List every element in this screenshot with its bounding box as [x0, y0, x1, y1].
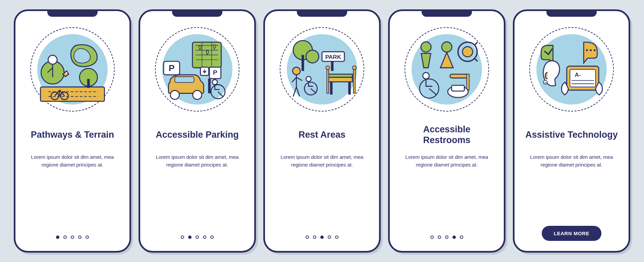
- pager-dot[interactable]: [78, 236, 82, 239]
- accessible-parking-icon: P P: [155, 27, 239, 112]
- card-title: Pathways & Terrain: [30, 124, 116, 146]
- svg-text:A-: A-: [575, 71, 581, 78]
- pathways-terrain-icon: [30, 27, 115, 112]
- svg-point-5: [48, 55, 57, 64]
- card-title: Accessible Parking: [154, 124, 240, 146]
- svg-point-18: [193, 90, 202, 100]
- rest-areas-icon: PARK: [280, 27, 364, 112]
- onboarding-card-2: P P Accessible Parking Lorem ipsum dolor…: [139, 9, 256, 253]
- svg-rect-1: [41, 87, 105, 101]
- pager-dot[interactable]: [430, 236, 434, 239]
- svg-point-40: [421, 42, 431, 52]
- svg-rect-57: [570, 69, 595, 87]
- card-body: Lorem ipsum dolor sit dim amet, mea regi…: [274, 153, 370, 169]
- accessible-restrooms-icon: [405, 27, 489, 112]
- pagination-dots: [140, 236, 254, 239]
- pager-dot[interactable]: [71, 236, 74, 239]
- svg-point-35: [353, 66, 356, 70]
- pager-dot[interactable]: [335, 236, 338, 239]
- pager-dot[interactable]: [188, 236, 192, 239]
- svg-rect-32: [327, 69, 329, 93]
- svg-point-52: [590, 49, 592, 51]
- svg-rect-3: [87, 79, 90, 88]
- svg-text:PARK: PARK: [325, 54, 341, 60]
- svg-text:+: +: [544, 81, 546, 84]
- svg-point-41: [442, 42, 452, 52]
- svg-point-45: [423, 73, 429, 79]
- svg-point-20: [212, 80, 217, 85]
- pager-dot[interactable]: [452, 236, 456, 239]
- pager-dot[interactable]: [63, 236, 67, 239]
- svg-rect-16: [175, 77, 194, 82]
- svg-text:P: P: [213, 69, 217, 76]
- card-body: Lorem ipsum dolor sit dim amet, mea regi…: [399, 153, 494, 169]
- pager-dot[interactable]: [203, 236, 206, 239]
- svg-point-24: [306, 50, 319, 63]
- pagination-dots: [15, 236, 129, 239]
- svg-point-51: [586, 49, 588, 51]
- pager-dot[interactable]: [313, 236, 316, 239]
- learn-more-button[interactable]: LEARN MORE: [542, 226, 601, 241]
- phone-notch: [422, 9, 472, 17]
- pager-dot[interactable]: [196, 236, 199, 239]
- phone-notch: [297, 9, 347, 17]
- pager-dot[interactable]: [56, 236, 59, 239]
- onboarding-card-1: Pathways & Terrain Lorem ipsum dolor sit…: [14, 9, 131, 253]
- card-title: Rest Areas: [297, 124, 347, 146]
- pager-dot[interactable]: [320, 236, 324, 239]
- pager-dot[interactable]: [306, 236, 309, 239]
- svg-point-43: [463, 47, 473, 57]
- pager-dot[interactable]: [181, 236, 184, 239]
- svg-rect-15: [208, 79, 211, 93]
- svg-rect-31: [348, 82, 351, 94]
- card-body: Lorem ipsum dolor sit dim amet, mea regi…: [150, 153, 245, 169]
- phone-notch: [47, 9, 98, 17]
- svg-rect-27: [331, 61, 334, 71]
- pager-dot[interactable]: [445, 236, 448, 239]
- pagination-dots: [265, 236, 379, 239]
- svg-point-38: [306, 76, 311, 81]
- phone-notch: [546, 9, 597, 17]
- svg-point-33: [326, 66, 329, 70]
- onboarding-card-3: PARK Rest Areas Lorem ipsum dolor sit di…: [263, 9, 381, 253]
- svg-point-36: [292, 67, 300, 75]
- pager-dot[interactable]: [460, 236, 463, 239]
- card-title: Accessible Restrooms: [399, 124, 494, 146]
- svg-point-53: [594, 49, 596, 51]
- pager-dot[interactable]: [210, 236, 214, 239]
- svg-rect-29: [328, 77, 353, 82]
- svg-rect-30: [330, 82, 333, 94]
- svg-rect-34: [353, 69, 355, 93]
- onboarding-card-5: + A- Assistive Technology Lorem ipsum do…: [513, 9, 630, 253]
- svg-point-17: [170, 90, 179, 100]
- assistive-technology-icon: + A-: [529, 27, 614, 112]
- pager-dot[interactable]: [86, 236, 89, 239]
- svg-rect-47: [467, 74, 469, 90]
- pager-dot[interactable]: [328, 236, 331, 239]
- svg-text:P: P: [169, 63, 175, 73]
- card-title: Assistive Technology: [524, 124, 619, 146]
- svg-rect-49: [451, 85, 464, 91]
- phone-notch: [172, 9, 222, 17]
- card-body: Lorem ipsum dolor sit dim amet, mea regi…: [25, 153, 120, 169]
- card-body: Lorem ipsum dolor sit dim amet, mea regi…: [524, 153, 619, 169]
- pager-dot[interactable]: [438, 236, 441, 239]
- onboarding-card-4: Accessible Restrooms Lorem ipsum dolor s…: [388, 9, 505, 253]
- pagination-dots: [390, 236, 504, 239]
- svg-rect-23: [302, 55, 304, 71]
